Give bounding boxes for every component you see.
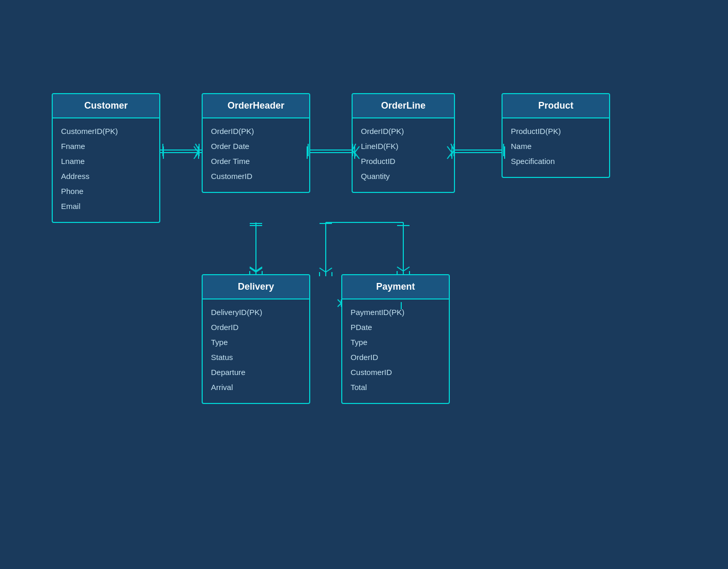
orderheader-field-3: CustomerID	[211, 169, 301, 184]
payment-field-4: CustomerID	[351, 365, 441, 380]
svg-line-39	[194, 153, 199, 159]
orderline-field-3: Quantity	[361, 169, 446, 184]
svg-line-61	[397, 267, 403, 271]
diagram-container: Customer CustomerID(PK) Fname Lname Addr…	[0, 0, 728, 569]
svg-line-3	[195, 144, 199, 150]
delivery-field-3: Status	[211, 350, 301, 365]
delivery-field-0: DeliveryID(PK)	[211, 305, 301, 320]
svg-line-26	[320, 268, 326, 272]
entity-orderline: OrderLine OrderID(PK) LineID(FK) Product…	[352, 93, 455, 193]
delivery-field-1: OrderID	[211, 320, 301, 335]
payment-field-0: PaymentID(PK)	[351, 305, 441, 320]
orderheader-field-2: Order Time	[211, 154, 301, 169]
entity-customer: Customer CustomerID(PK) Fname Lname Addr…	[52, 93, 160, 223]
svg-line-34	[338, 303, 341, 307]
delivery-field-5: Arrival	[211, 380, 301, 395]
orderline-field-0: OrderID(PK)	[361, 124, 446, 139]
entity-delivery: Delivery DeliveryID(PK) OrderID Type Sta…	[202, 274, 310, 404]
entity-product-body: ProductID(PK) Name Specification	[503, 118, 609, 177]
svg-line-27	[326, 268, 332, 272]
payment-field-3: OrderID	[351, 350, 441, 365]
entity-payment: Payment PaymentID(PK) PDate Type OrderID…	[341, 274, 450, 404]
product-field-1: Name	[511, 139, 601, 154]
entity-orderline-header: OrderLine	[353, 94, 454, 118]
customer-field-5: Email	[61, 199, 151, 214]
svg-line-55	[256, 267, 262, 271]
customer-field-4: Phone	[61, 184, 151, 199]
product-field-2: Specification	[511, 154, 601, 169]
customer-field-3: Address	[61, 169, 151, 184]
entity-product: Product ProductID(PK) Name Specification	[502, 93, 610, 178]
svg-line-62	[403, 267, 410, 271]
product-field-0: ProductID(PK)	[511, 124, 601, 139]
svg-line-33	[338, 300, 341, 303]
payment-field-1: PDate	[351, 320, 441, 335]
customer-field-0: CustomerID(PK)	[61, 124, 151, 139]
entity-orderheader-header: OrderHeader	[203, 94, 309, 118]
entity-orderline-body: OrderID(PK) LineID(FK) ProductID Quantit…	[353, 118, 454, 192]
entity-orderheader-body: OrderID(PK) Order Date Order Time Custom…	[203, 118, 309, 192]
entity-orderheader: OrderHeader OrderID(PK) Order Date Order…	[202, 93, 310, 193]
orderline-field-1: LineID(FK)	[361, 139, 446, 154]
entity-payment-body: PaymentID(PK) PDate Type OrderID Custome…	[342, 300, 449, 403]
entity-product-header: Product	[503, 94, 609, 118]
orderline-field-2: ProductID	[361, 154, 446, 169]
delivery-field-2: Type	[211, 335, 301, 350]
entity-payment-header: Payment	[342, 275, 449, 300]
entity-customer-header: Customer	[53, 94, 159, 118]
svg-line-54	[250, 267, 256, 271]
customer-field-2: Lname	[61, 154, 151, 169]
entity-delivery-body: DeliveryID(PK) OrderID Type Status Depar…	[203, 300, 309, 403]
svg-line-20	[256, 268, 262, 272]
customer-field-1: Fname	[61, 139, 151, 154]
orderheader-field-0: OrderID(PK)	[211, 124, 301, 139]
svg-line-4	[195, 150, 199, 156]
entity-customer-body: CustomerID(PK) Fname Lname Address Phone…	[53, 118, 159, 222]
payment-field-5: Total	[351, 380, 441, 395]
payment-field-2: Type	[351, 335, 441, 350]
svg-line-19	[250, 268, 256, 272]
orderheader-field-1: Order Date	[211, 139, 301, 154]
svg-line-38	[194, 146, 199, 153]
delivery-field-4: Departure	[211, 365, 301, 380]
entity-delivery-header: Delivery	[203, 275, 309, 300]
